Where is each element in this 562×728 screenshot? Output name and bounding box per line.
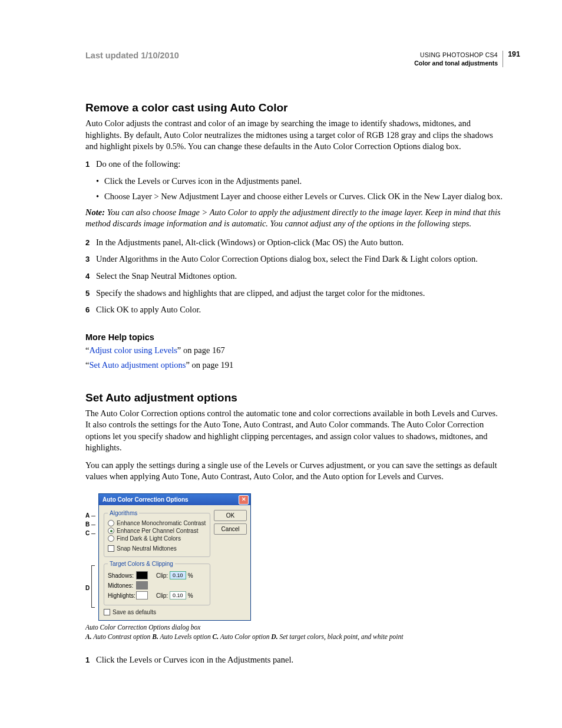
- algorithms-legend: Algorithms: [108, 510, 139, 516]
- sec2-p1: The Auto Color Correction options contro…: [85, 408, 503, 454]
- midtones-row: Midtones:: [108, 581, 206, 589]
- note: Note: You can also choose Image > Auto C…: [85, 207, 503, 230]
- highlights-row: Highlights: Clip: 0.10%: [108, 591, 206, 599]
- link-adjust-color-levels[interactable]: Adjust color using Levels: [89, 345, 177, 355]
- ok-button[interactable]: OK: [214, 510, 247, 521]
- step-5: 5Specify the shadows and highlights that…: [85, 288, 503, 299]
- dialog-titlebar: Auto Color Correction Options ✕: [99, 494, 250, 505]
- check-save-defaults[interactable]: Save as defaults: [104, 609, 210, 615]
- step-1: 1Do one of the following:: [85, 159, 503, 170]
- figure-dialog: A B C D Auto Color Correction Options ✕ …: [85, 493, 503, 641]
- header-right: 191 USING PHOTOSHOP CS4 Color and tonal …: [414, 51, 503, 67]
- bullet-2: •Choose Layer > New Adjustment Layer and…: [96, 191, 503, 203]
- algorithms-fieldset: Algorithms Enhance Monochromatic Contras…: [104, 510, 210, 557]
- radio-monochromatic[interactable]: Enhance Monochromatic Contrast: [108, 520, 206, 526]
- highlights-clip-input[interactable]: 0.10: [170, 591, 186, 599]
- radio-per-channel[interactable]: Enhance Per Channel Contrast: [108, 528, 206, 534]
- step-6: 6Click OK to apply Auto Color.: [85, 304, 503, 316]
- step-4: 4Select the Snap Neutral Midtones option…: [85, 271, 503, 282]
- close-icon[interactable]: ✕: [239, 495, 249, 505]
- sec2-p2: You can apply the settings during a sing…: [85, 460, 503, 483]
- shadows-clip-input[interactable]: 0.10: [170, 571, 186, 579]
- bullet-1: •Click the Levels or Curves icon in the …: [96, 176, 503, 187]
- help-link-1: “Adjust color using Levels” on page 167: [85, 345, 503, 355]
- midtones-swatch[interactable]: [136, 581, 148, 589]
- intro-paragraph: Auto Color adjusts the contrast and colo…: [85, 118, 503, 153]
- more-help-heading: More Help topics: [85, 332, 503, 342]
- shadows-row: Shadows: Clip: 0.10%: [108, 571, 206, 579]
- link-set-auto-adjustment[interactable]: Set Auto adjustment options: [89, 360, 186, 370]
- step-2: 2In the Adjustments panel, Alt-click (Wi…: [85, 237, 503, 249]
- last-updated: Last updated 1/10/2010: [85, 51, 179, 60]
- help-link-2: “Set Auto adjustment options” on page 19…: [85, 360, 503, 370]
- target-colors-legend: Target Colors & Clipping: [108, 561, 175, 567]
- heading-set-auto-adjustment: Set Auto adjustment options: [85, 391, 503, 404]
- shadows-swatch[interactable]: [136, 571, 148, 579]
- auto-color-dialog: Auto Color Correction Options ✕ Algorith…: [98, 493, 251, 621]
- highlights-swatch[interactable]: [136, 591, 148, 599]
- radio-find-dark-light[interactable]: Find Dark & Light Colors: [108, 535, 206, 542]
- step-3: 3Under Algorithms in the Auto Color Corr…: [85, 253, 503, 265]
- figure-caption: Auto Color Correction Options dialog box…: [85, 623, 503, 641]
- dialog-title: Auto Color Correction Options: [103, 496, 189, 503]
- cancel-button[interactable]: Cancel: [214, 523, 247, 535]
- doc-title: USING PHOTOSHOP CS4: [414, 51, 498, 59]
- heading-remove-color-cast: Remove a color cast using Auto Color: [85, 101, 503, 114]
- page-header: Last updated 1/10/2010 191 USING PHOTOSH…: [85, 51, 503, 67]
- page-number: 191: [508, 50, 520, 60]
- target-colors-fieldset: Target Colors & Clipping Shadows: Clip: …: [104, 561, 210, 605]
- check-snap-neutral[interactable]: Snap Neutral Midtones: [108, 545, 206, 552]
- section-title: Color and tonal adjustments: [414, 59, 498, 67]
- sec2-step-1: 1Click the Levels or Curves icon in the …: [85, 654, 503, 666]
